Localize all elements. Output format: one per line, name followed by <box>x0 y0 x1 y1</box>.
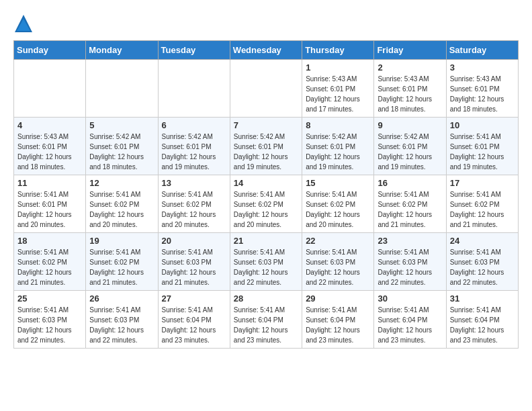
day-number: 27 <box>162 293 226 304</box>
day-info: Sunrise: 5:41 AM Sunset: 6:02 PM Dayligh… <box>234 189 298 230</box>
day-info: Sunrise: 5:41 AM Sunset: 6:03 PM Dayligh… <box>89 305 154 345</box>
day-cell: 12Sunrise: 5:41 AM Sunset: 6:02 PM Dayli… <box>86 175 158 233</box>
day-info: Sunrise: 5:41 AM Sunset: 6:04 PM Dayligh… <box>450 305 515 345</box>
logo-icon <box>13 13 34 34</box>
column-header-tuesday: Tuesday <box>158 41 230 60</box>
day-number: 23 <box>378 236 442 246</box>
day-number: 3 <box>450 62 515 73</box>
week-row-2: 4Sunrise: 5:43 AM Sunset: 6:01 PM Daylig… <box>14 118 519 175</box>
day-number: 5 <box>89 120 154 130</box>
day-cell: 25Sunrise: 5:41 AM Sunset: 6:03 PM Dayli… <box>14 291 86 349</box>
day-info: Sunrise: 5:42 AM Sunset: 6:01 PM Dayligh… <box>234 132 298 172</box>
day-number: 11 <box>17 178 82 188</box>
week-row-1: 1Sunrise: 5:43 AM Sunset: 6:01 PM Daylig… <box>14 60 519 118</box>
day-number: 18 <box>17 236 82 246</box>
week-row-4: 18Sunrise: 5:41 AM Sunset: 6:02 PM Dayli… <box>14 233 519 291</box>
day-cell <box>158 60 230 118</box>
day-cell: 9Sunrise: 5:42 AM Sunset: 6:01 PM Daylig… <box>374 118 446 175</box>
day-number: 19 <box>89 236 154 246</box>
day-cell: 15Sunrise: 5:41 AM Sunset: 6:02 PM Dayli… <box>302 175 374 233</box>
day-cell: 27Sunrise: 5:41 AM Sunset: 6:04 PM Dayli… <box>158 291 230 349</box>
day-number: 8 <box>306 120 370 130</box>
day-info: Sunrise: 5:41 AM Sunset: 6:03 PM Dayligh… <box>162 247 226 287</box>
calendar-table: SundayMondayTuesdayWednesdayThursdayFrid… <box>13 40 519 349</box>
day-cell: 20Sunrise: 5:41 AM Sunset: 6:03 PM Dayli… <box>158 233 230 291</box>
day-info: Sunrise: 5:41 AM Sunset: 6:04 PM Dayligh… <box>306 305 370 345</box>
day-cell <box>86 60 158 118</box>
day-number: 30 <box>378 293 442 304</box>
column-header-monday: Monday <box>86 41 158 60</box>
day-number: 17 <box>450 178 515 188</box>
day-number: 26 <box>89 293 154 304</box>
day-cell: 18Sunrise: 5:41 AM Sunset: 6:02 PM Dayli… <box>14 233 86 291</box>
day-cell: 7Sunrise: 5:42 AM Sunset: 6:01 PM Daylig… <box>230 118 302 175</box>
day-cell: 30Sunrise: 5:41 AM Sunset: 6:04 PM Dayli… <box>374 291 446 349</box>
day-info: Sunrise: 5:41 AM Sunset: 6:02 PM Dayligh… <box>89 189 154 230</box>
day-info: Sunrise: 5:43 AM Sunset: 6:01 PM Dayligh… <box>450 74 515 114</box>
day-info: Sunrise: 5:41 AM Sunset: 6:04 PM Dayligh… <box>378 305 442 345</box>
day-info: Sunrise: 5:43 AM Sunset: 6:01 PM Dayligh… <box>17 132 82 172</box>
day-number: 21 <box>234 236 298 246</box>
day-info: Sunrise: 5:43 AM Sunset: 6:01 PM Dayligh… <box>306 74 370 114</box>
day-cell: 19Sunrise: 5:41 AM Sunset: 6:02 PM Dayli… <box>86 233 158 291</box>
day-cell: 22Sunrise: 5:41 AM Sunset: 6:03 PM Dayli… <box>302 233 374 291</box>
day-number: 9 <box>378 120 442 130</box>
day-number: 16 <box>378 178 442 188</box>
day-number: 7 <box>234 120 298 130</box>
day-number: 10 <box>450 120 515 130</box>
day-info: Sunrise: 5:42 AM Sunset: 6:01 PM Dayligh… <box>162 132 226 172</box>
day-info: Sunrise: 5:41 AM Sunset: 6:01 PM Dayligh… <box>450 132 515 172</box>
day-cell: 14Sunrise: 5:41 AM Sunset: 6:02 PM Dayli… <box>230 175 302 233</box>
page-header <box>13 13 519 34</box>
day-number: 13 <box>162 178 226 188</box>
day-cell <box>14 60 86 118</box>
week-row-5: 25Sunrise: 5:41 AM Sunset: 6:03 PM Dayli… <box>14 291 519 349</box>
day-info: Sunrise: 5:41 AM Sunset: 6:02 PM Dayligh… <box>89 247 154 287</box>
day-number: 29 <box>306 293 370 304</box>
day-number: 28 <box>234 293 298 304</box>
day-number: 15 <box>306 178 370 188</box>
day-info: Sunrise: 5:41 AM Sunset: 6:04 PM Dayligh… <box>234 305 298 345</box>
day-info: Sunrise: 5:41 AM Sunset: 6:02 PM Dayligh… <box>17 247 82 287</box>
day-cell: 16Sunrise: 5:41 AM Sunset: 6:02 PM Dayli… <box>374 175 446 233</box>
day-cell: 17Sunrise: 5:41 AM Sunset: 6:02 PM Dayli… <box>446 175 518 233</box>
day-number: 24 <box>450 236 515 246</box>
day-info: Sunrise: 5:41 AM Sunset: 6:04 PM Dayligh… <box>162 305 226 345</box>
week-row-3: 11Sunrise: 5:41 AM Sunset: 6:01 PM Dayli… <box>14 175 519 233</box>
column-header-friday: Friday <box>374 41 446 60</box>
day-number: 31 <box>450 293 515 304</box>
day-cell: 31Sunrise: 5:41 AM Sunset: 6:04 PM Dayli… <box>446 291 518 349</box>
day-number: 20 <box>162 236 226 246</box>
day-number: 6 <box>162 120 226 130</box>
day-cell: 10Sunrise: 5:41 AM Sunset: 6:01 PM Dayli… <box>446 118 518 175</box>
day-cell: 29Sunrise: 5:41 AM Sunset: 6:04 PM Dayli… <box>302 291 374 349</box>
day-info: Sunrise: 5:43 AM Sunset: 6:01 PM Dayligh… <box>378 74 442 114</box>
day-info: Sunrise: 5:41 AM Sunset: 6:03 PM Dayligh… <box>306 247 370 287</box>
day-info: Sunrise: 5:41 AM Sunset: 6:02 PM Dayligh… <box>378 189 442 230</box>
day-cell: 8Sunrise: 5:42 AM Sunset: 6:01 PM Daylig… <box>302 118 374 175</box>
day-cell: 28Sunrise: 5:41 AM Sunset: 6:04 PM Dayli… <box>230 291 302 349</box>
day-number: 25 <box>17 293 82 304</box>
day-cell: 26Sunrise: 5:41 AM Sunset: 6:03 PM Dayli… <box>86 291 158 349</box>
day-cell: 11Sunrise: 5:41 AM Sunset: 6:01 PM Dayli… <box>14 175 86 233</box>
day-cell: 6Sunrise: 5:42 AM Sunset: 6:01 PM Daylig… <box>158 118 230 175</box>
day-cell: 2Sunrise: 5:43 AM Sunset: 6:01 PM Daylig… <box>374 60 446 118</box>
day-cell: 13Sunrise: 5:41 AM Sunset: 6:02 PM Dayli… <box>158 175 230 233</box>
day-number: 14 <box>234 178 298 188</box>
day-number: 12 <box>89 178 154 188</box>
day-number: 22 <box>306 236 370 246</box>
day-cell: 1Sunrise: 5:43 AM Sunset: 6:01 PM Daylig… <box>302 60 374 118</box>
day-number: 1 <box>306 62 370 73</box>
day-info: Sunrise: 5:41 AM Sunset: 6:03 PM Dayligh… <box>378 247 442 287</box>
day-cell: 5Sunrise: 5:42 AM Sunset: 6:01 PM Daylig… <box>86 118 158 175</box>
day-info: Sunrise: 5:42 AM Sunset: 6:01 PM Dayligh… <box>378 132 442 172</box>
day-info: Sunrise: 5:41 AM Sunset: 6:03 PM Dayligh… <box>450 247 515 287</box>
column-header-sunday: Sunday <box>14 41 86 60</box>
column-header-saturday: Saturday <box>446 41 518 60</box>
column-header-thursday: Thursday <box>302 41 374 60</box>
day-info: Sunrise: 5:42 AM Sunset: 6:01 PM Dayligh… <box>89 132 154 172</box>
day-number: 4 <box>17 120 82 130</box>
day-cell: 4Sunrise: 5:43 AM Sunset: 6:01 PM Daylig… <box>14 118 86 175</box>
day-cell: 23Sunrise: 5:41 AM Sunset: 6:03 PM Dayli… <box>374 233 446 291</box>
logo <box>13 13 35 34</box>
